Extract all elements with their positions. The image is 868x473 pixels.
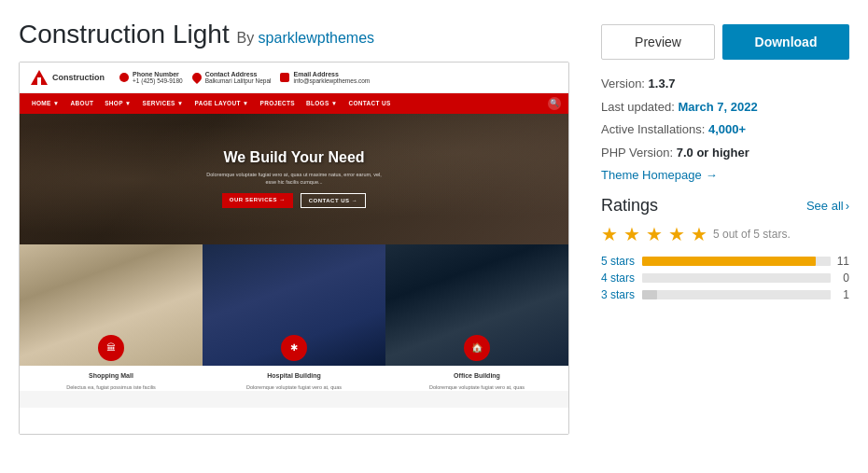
preview-button[interactable]: Preview	[601, 24, 715, 60]
cs-btn-contact: CONTACT US →	[301, 193, 367, 208]
cs-card-3-icon: 🏠	[464, 335, 490, 361]
cs-address-value: Balkumari Lalitpur Nepal	[205, 77, 272, 84]
by-text: By	[236, 30, 258, 46]
theme-homepage-link[interactable]: Theme Homepage →	[601, 168, 718, 182]
cs-hero-title: We Build Your Need	[223, 149, 364, 166]
nav-contact: CONTACT US	[343, 93, 395, 114]
cs-email-value: info@sparklewpthemes.com	[293, 77, 370, 84]
meta-php: PHP Version: 7.0 or higher	[601, 144, 849, 162]
rating-bar-3: 3 stars 1	[601, 288, 849, 301]
bar-label-3: 3 stars	[601, 288, 637, 301]
cs-address: Contact Address Balkumari Lalitpur Nepal	[192, 71, 272, 84]
see-all-text: See all	[806, 199, 844, 213]
stars-row: ★ ★ ★ ★ ★ 5 out of 5 stars.	[601, 223, 849, 245]
star-1: ★	[601, 223, 618, 245]
cs-card-3: 🏠 Office Building Doloremque voluptate f…	[385, 244, 568, 408]
bar-track-4	[642, 273, 831, 283]
updated-label: Last updated:	[601, 100, 675, 114]
installs-label: Active Installations:	[601, 122, 705, 136]
download-button[interactable]: Download	[722, 24, 849, 60]
version-value: 1.3.7	[649, 77, 676, 90]
nav-search-icon: 🔍	[548, 97, 561, 110]
homepage-arrow: →	[706, 168, 718, 182]
cs-card-1-title: Shopping Mall	[20, 366, 203, 384]
author-link[interactable]: sparklewpthemes	[259, 30, 375, 46]
bar-count-4: 0	[836, 271, 849, 285]
cs-card-2: ✱ Hospital Building Doloremque voluptate…	[203, 244, 385, 408]
installs-value: 4,000+	[708, 122, 746, 136]
cs-hero-section: We Build Your Need Doloremque voluptate …	[20, 114, 568, 244]
cs-card-2-icon: ✱	[281, 335, 307, 361]
theme-info-panel: Preview Download Version: 1.3.7 Last upd…	[601, 19, 849, 435]
cs-site-header: Construction Phone Number +1 (425) 549-9…	[20, 63, 568, 93]
theme-title: Construction Light By sparklewpthemes	[19, 19, 579, 50]
bar-track-5	[642, 257, 831, 266]
updated-value: March 7, 2022	[678, 100, 757, 114]
rating-bar-4: 4 stars 0	[601, 271, 849, 285]
php-value: 7.0 or higher	[677, 146, 749, 160]
cs-hero-subtitle: Doloremque voluptate fugiat vero at, qua…	[201, 172, 387, 186]
theme-screenshot-box: Construction Phone Number +1 (425) 549-9…	[19, 62, 569, 435]
nav-shop: SHOP ▼	[100, 93, 135, 114]
nav-page-layout: PAGE LAYOUT ▼	[190, 93, 254, 114]
svg-rect-1	[37, 77, 41, 85]
cs-cards-section: 🏛 Shopping Mall Delectus ea, fugiat poss…	[20, 244, 568, 408]
star-5: ★	[691, 223, 707, 245]
ratings-title: Ratings	[601, 196, 658, 216]
cs-logo: Construction	[29, 68, 105, 87]
cs-btn-services: OUR SERVICES →	[222, 193, 293, 208]
see-all-chevron: ›	[846, 199, 849, 213]
cs-card-1: 🏛 Shopping Mall Delectus ea, fugiat poss…	[20, 244, 203, 408]
cs-card-1-desc: Delectus ea, fugiat possimus iste facili…	[20, 384, 203, 391]
email-icon	[280, 73, 289, 82]
cs-email: Email Address info@sparklewpthemes.com	[280, 71, 370, 84]
bar-count-3: 1	[836, 288, 849, 301]
cs-hero-buttons: OUR SERVICES → CONTACT US →	[222, 193, 366, 208]
theme-name-text: Construction Light	[19, 20, 230, 49]
cs-address-info: Contact Address Balkumari Lalitpur Nepal	[205, 71, 272, 84]
action-buttons: Preview Download	[601, 24, 849, 60]
bar-count-5: 11	[836, 255, 849, 268]
cs-email-info: Email Address info@sparklewpthemes.com	[293, 71, 370, 84]
ratings-section: Ratings See all › ★ ★ ★ ★ ★ 5 out of 5 s…	[601, 196, 849, 301]
cs-card-1-icon: 🏛	[98, 335, 124, 361]
bar-label-4: 4 stars	[601, 271, 637, 285]
theme-preview-panel: Construction Light By sparklewpthemes Co…	[19, 19, 579, 435]
star-4: ★	[668, 223, 685, 245]
cs-card-2-desc: Doloremque voluptate fugiat vero at, qua…	[203, 384, 385, 391]
phone-icon	[119, 73, 129, 82]
rating-bar-5: 5 stars 11	[601, 255, 849, 268]
construction-logo-icon	[29, 68, 49, 87]
bar-track-3	[642, 290, 831, 299]
homepage-label: Theme Homepage	[601, 168, 702, 182]
meta-installs: Active Installations: 4,000+	[601, 120, 849, 139]
meta-version: Version: 1.3.7	[601, 75, 849, 93]
cs-contact-info: Phone Number +1 (425) 549-9180 Contact A…	[119, 71, 370, 84]
nav-about: ABOUT	[66, 93, 99, 114]
ratings-header: Ratings See all ›	[601, 196, 849, 216]
nav-blogs: BLOGS ▼	[301, 93, 342, 114]
star-2: ★	[623, 223, 640, 245]
cs-phone-info: Phone Number +1 (425) 549-9180	[133, 71, 183, 84]
cs-navbar: HOME ▼ ABOUT SHOP ▼ SERVICES ▼ PAGE LAYO…	[20, 93, 568, 114]
nav-home: HOME ▼	[27, 93, 64, 114]
cs-card-2-title: Hospital Building	[203, 366, 385, 384]
bar-fill-3	[642, 290, 657, 299]
nav-services: SERVICES ▼	[138, 93, 189, 114]
address-icon	[190, 71, 203, 84]
cs-card-3-desc: Doloremque voluptate fugiat vero at, qua…	[385, 384, 568, 391]
theme-screenshot: Construction Phone Number +1 (425) 549-9…	[20, 63, 568, 434]
cs-phone: Phone Number +1 (425) 549-9180	[119, 71, 183, 84]
meta-updated: Last updated: March 7, 2022	[601, 98, 849, 117]
stars-label: 5 out of 5 stars.	[713, 228, 791, 241]
rating-bars: 5 stars 11 4 stars 0 3 stars	[601, 255, 849, 301]
nav-projects: PROJECTS	[256, 93, 300, 114]
cs-card-3-title: Office Building	[385, 366, 568, 384]
star-3: ★	[646, 223, 663, 245]
version-label: Version:	[601, 77, 645, 90]
see-all-link[interactable]: See all ›	[806, 199, 849, 213]
bar-fill-5	[642, 257, 816, 266]
bar-label-5: 5 stars	[601, 255, 637, 268]
cs-phone-value: +1 (425) 549-9180	[133, 77, 183, 84]
meta-section: Version: 1.3.7 Last updated: March 7, 20…	[601, 75, 849, 183]
